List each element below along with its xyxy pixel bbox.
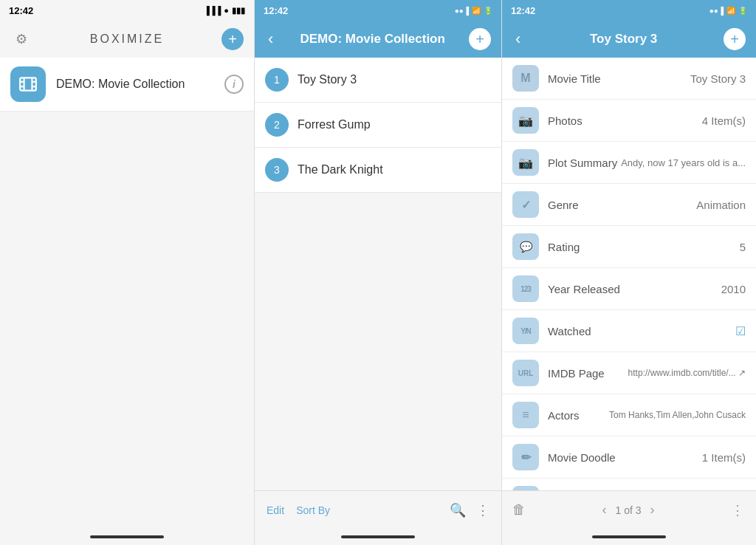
home-indicator-p2 [255,529,501,545]
field-value-plot: Andy, now 17 years old is a... [617,157,746,168]
field-row-watched[interactable]: Y/N Watched ☑ [502,310,756,352]
prev-icon: ‹ [602,502,606,517]
sort-by-button[interactable]: Sort By [296,501,330,519]
field-label-photos: Photos [548,114,607,127]
collections-list: DEMO: Movie Collection i [0,58,254,529]
trash-icon: 🗑 [512,502,526,517]
field-row-location[interactable]: 📍 Filming Location Hollywood [502,479,756,490]
status-time-p1: 12:42 [9,5,33,16]
movies-bottom-bar: Edit Sort By 🔍 ⋮ [255,490,501,529]
field-value-rating: 5 [607,241,746,253]
nav-bar-p3: ‹ Toy Story 3 + [502,21,756,58]
back-icon-p3: ‹ [515,30,520,48]
detail-more-button[interactable]: ⋮ [731,502,746,518]
field-value-genre: Animation [607,199,746,211]
back-icon-p2: ‹ [268,30,273,48]
field-row-doodle[interactable]: ✏ Movie Doodle 1 Item(s) [502,436,756,479]
collections-panel: 12:42 ▐▐▐ ● ▮▮▮ ⚙ BOXIMIZE + [0,0,255,545]
field-label-movie-title: Movie Title [548,72,607,85]
home-indicator-p3 [502,529,756,545]
status-icons-p3: ●●▐ 📶 🔋 [709,7,747,15]
field-icon-watched: Y/N [512,318,539,344]
back-button-p3[interactable]: ‹ [512,30,523,49]
collection-item[interactable]: DEMO: Movie Collection i [0,58,254,112]
page-indicator: 1 of 3 [615,504,641,516]
movies-list: 1 Toy Story 3 2 Forrest Gump 3 The Dark … [255,58,501,490]
movies-list-title: DEMO: Movie Collection [276,32,469,47]
home-bar-p3 [592,535,666,538]
field-row-movie-title[interactable]: M Movie Title Toy Story 3 [502,58,756,100]
movies-panel: 12:42 ●●▐ 📶 🔋 ‹ DEMO: Movie Collection +… [255,0,502,545]
field-label-watched: Watched [548,325,607,337]
field-icon-doodle: ✏ [512,444,539,470]
field-row-photos[interactable]: 📷 Photos 4 Item(s) [502,100,756,142]
status-icons-p2: ●●▐ 📶 🔋 [455,7,492,15]
nav-bar-p2: ‹ DEMO: Movie Collection + [255,21,501,58]
next-button[interactable]: › [650,502,655,518]
next-icon: › [650,502,655,517]
svg-rect-0 [20,78,36,90]
search-button[interactable]: 🔍 [450,502,466,518]
detail-dots-icon: ⋮ [731,503,746,518]
field-label-rating: Rating [548,241,607,253]
movie-badge-2: 2 [265,113,289,137]
detail-fields-list: M Movie Title Toy Story 3 📷 Photos 4 Ite… [502,58,756,490]
plus-icon-p3: + [730,32,739,47]
movie-badge-3: 3 [265,158,289,182]
status-bar-p2: 12:42 ●●▐ 📶 🔋 [255,0,501,21]
add-movie-button[interactable]: + [469,28,491,50]
field-value-year: 2010 [620,283,746,295]
field-value-actors: Tom Hanks,Tim Allen,John Cusack [607,410,746,420]
status-time-p3: 12:42 [511,5,535,16]
add-field-button[interactable]: + [724,28,746,50]
field-row-plot-summary[interactable]: 📷 Plot Summary Andy, now 17 years old is… [502,142,756,184]
nav-bar-p1: ⚙ BOXIMIZE + [0,21,254,58]
field-icon-plot: 📷 [512,149,539,176]
detail-panel: 12:42 ●●▐ 📶 🔋 ‹ Toy Story 3 + M Movie Ti… [502,0,756,545]
detail-title: Toy Story 3 [523,32,724,47]
prev-button[interactable]: ‹ [602,502,606,518]
collection-icon [10,66,46,102]
bottom-icons: 🔍 ⋮ [450,502,489,518]
movie-item-1[interactable]: 1 Toy Story 3 [255,58,501,103]
plus-icon: + [228,32,237,47]
field-label-imdb: IMDB Page [548,367,607,380]
status-bar-p1: 12:42 ▐▐▐ ● ▮▮▮ [0,0,254,21]
field-icon-genre: ✓ [512,191,539,218]
edit-button[interactable]: Edit [267,501,284,519]
field-icon-imdb: URL [512,360,539,386]
film-icon [18,75,38,94]
movie-item-2[interactable]: 2 Forrest Gump [255,103,501,148]
field-label-plot: Plot Summary [548,157,617,169]
info-button[interactable]: i [224,75,244,94]
back-button-p2[interactable]: ‹ [265,30,276,49]
field-icon-rating: 💬 [512,233,539,260]
more-options-button[interactable]: ⋮ [476,502,489,518]
collection-name: DEMO: Movie Collection [56,78,224,91]
add-collection-button[interactable]: + [221,28,244,50]
field-icon-movie-title: M [512,65,539,92]
home-bar-p2 [341,535,415,538]
field-value-photos: 4 Item(s) [607,114,746,127]
field-row-actors[interactable]: ≡ Actors Tom Hanks,Tim Allen,John Cusack [502,394,756,436]
home-bar [90,535,164,538]
field-icon-year: 123 [512,275,539,302]
field-value-imdb: http://www.imdb.com/title/... ↗ [607,368,746,378]
plus-icon-p2: + [475,32,484,47]
gear-button[interactable]: ⚙ [10,28,32,50]
movie-title-2: Forrest Gump [298,118,371,131]
search-icon: 🔍 [450,503,466,518]
gear-icon: ⚙ [16,32,27,46]
movie-item-3[interactable]: 3 The Dark Knight [255,148,501,193]
status-bar-p3: 12:42 ●●▐ 📶 🔋 [502,0,756,21]
field-label-year: Year Released [548,283,620,295]
field-row-imdb[interactable]: URL IMDB Page http://www.imdb.com/title/… [502,352,756,394]
field-row-genre[interactable]: ✓ Genre Animation [502,184,756,226]
field-row-rating[interactable]: 💬 Rating 5 [502,226,756,268]
field-value-movie-title: Toy Story 3 [607,72,746,85]
field-label-actors: Actors [548,409,607,422]
pagination: ‹ 1 of 3 › [526,502,731,518]
status-icons-p1: ▐▐▐ ● ▮▮▮ [204,6,245,16]
field-row-year[interactable]: 123 Year Released 2010 [502,268,756,310]
trash-button[interactable]: 🗑 [512,502,526,518]
